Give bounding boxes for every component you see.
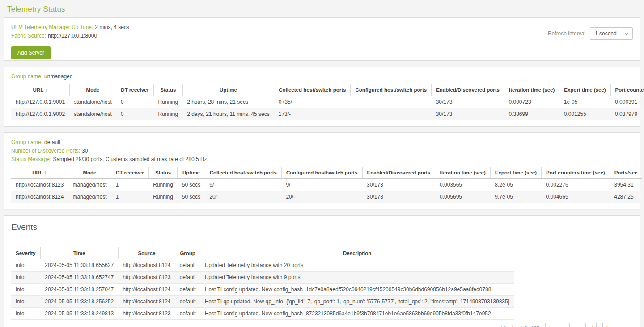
group-card-unmanaged: Group name:unmanaged URL ↑ModeDT receive… [4,67,640,127]
column-header[interactable]: URL ↑ [11,167,68,179]
group-name-value: default [44,139,60,145]
refresh-interval-value: 1 second [595,30,617,37]
table-cell: default [175,272,200,284]
column-header[interactable]: Mode [69,84,116,96]
table-cell: 3954.31 [610,179,642,191]
chevron-down-icon [625,31,628,34]
discovered-ports-row: Number of Discovered Ports:30 [11,147,633,155]
table-cell: 8.2e-05 [490,179,541,191]
table-cell: 30/173 [432,108,504,120]
previous-page-button[interactable]: ◀ [559,323,570,327]
last-page-button[interactable]: ▶| [585,323,597,327]
column-header[interactable]: DT receiver [111,167,148,179]
table-cell: info [11,284,40,296]
column-header[interactable]: Configured host/switch ports [351,84,432,96]
table-row: info2024-05-05 11:33:18.256252http://loc… [11,296,514,308]
status-message-value: Sampled 29/30 ports. Cluster is sampled … [53,156,208,162]
table-cell: http://localhost:8123 [118,308,175,320]
table-header-row: SeverityTimeSourceGroupDescription [11,247,514,259]
table-cell: 2 days, 21 hours, 11 mins, 45 secs [182,108,274,120]
column-header[interactable]: Export time (sec) [490,167,541,179]
table-cell: http://localhost:8124 [118,284,175,296]
table-cell: http://localhost:8123 [11,179,68,191]
table-cell: 50 secs [178,179,205,191]
table-cell: 1e-05 [559,96,610,108]
column-header[interactable]: URL ↑ [11,84,69,96]
table-row: http://127.0.0.1:9002standalone/host0Run… [11,108,644,120]
table-cell: 4287.25 [610,191,642,203]
table-row: http://localhost:8124managed/host1Runnin… [11,191,642,203]
table-header: SeverityTimeSourceGroupDescription [11,247,514,259]
column-header[interactable]: Mode [68,167,111,179]
column-header[interactable]: Uptime [182,84,274,96]
table-cell: 2024-05-05 11:33:18.257047 [40,284,118,296]
column-header[interactable]: Iteration time (sec) [435,167,490,179]
column-header[interactable]: Ports/sec [610,167,642,179]
table-cell: info [11,296,40,308]
table-body: info2024-05-05 11:33:18.655627http://loc… [11,259,514,320]
table-cell: 0.000723 [504,96,559,108]
column-header[interactable]: Collected host/switch ports [274,84,351,96]
column-header[interactable]: Group [175,247,200,259]
column-header[interactable]: Status [148,167,178,179]
column-header[interactable]: Enabled/Discovered ports [432,84,504,96]
refresh-interval-group: Refresh interval 1 second [548,27,633,40]
page-size-value: 5 [606,325,610,327]
column-header[interactable]: Port counters time (sec) [542,167,610,179]
column-header[interactable]: Port counters time (sec) [610,84,644,96]
next-page-button[interactable]: ▶ [572,323,583,327]
table-row: info2024-05-05 11:33:18.652747http://loc… [11,272,514,284]
column-header[interactable]: Time [40,247,118,259]
column-header[interactable]: Iteration time (sec) [504,84,559,96]
table-cell: http://127.0.0.1:9001 [11,96,69,108]
column-header[interactable]: Source [118,247,175,259]
table-cell: Running [148,191,178,203]
table-row: info2024-05-05 11:33:18.655627http://loc… [11,259,514,272]
table-cell: 0 [116,96,154,108]
group-name-value: unmanaged [44,73,72,80]
table-cell: 20/- [281,191,362,203]
table-cell: standalone/host [69,108,116,120]
table-header: URL ↑ModeDT receiverStatusUptimeCollecte… [11,84,644,96]
table-cell [351,108,432,120]
table-cell: info [11,259,40,272]
group-name-row: Group name:unmanaged [11,73,633,81]
telemetry-status-page: Telemetry Status UFM Telemetry Manager U… [0,0,644,327]
chevron-down-icon [615,325,619,327]
refresh-interval-select[interactable]: 1 second [590,27,633,40]
fabric-source-row: Fabric Source:http://127.0.0.1:8000 [11,32,129,40]
table-cell [351,96,432,108]
table-cell: 30/173 [432,96,504,108]
page-size-select[interactable]: 5 [602,323,622,327]
table-cell: http://127.0.0.1:9002 [11,108,69,120]
column-header[interactable]: Configured host/switch ports [281,167,362,179]
table-cell: http://localhost:8124 [118,296,175,308]
add-server-button[interactable]: Add Server [11,46,51,59]
table-cell: 173/- [274,108,351,120]
column-header[interactable]: DT receiver [116,84,154,96]
events-title: Events [11,222,633,232]
table-cell: 9/- [281,179,362,191]
table-cell: 30/173 [362,179,435,191]
table-cell: info [11,272,40,284]
page-header: Telemetry Status [0,0,644,17]
fabric-source-label: Fabric Source: [11,33,46,39]
column-header[interactable]: Status [153,84,182,96]
status-message-row: Status Message:Sampled 29/30 ports. Clus… [11,156,633,163]
table-cell: Host TI config updated. New config_hash=… [200,308,514,320]
summary-left: UFM Telemetry Manager Up Time:2 mins, 4 … [11,24,129,59]
table-cell: 30/173 [362,191,435,203]
table-cell: default [175,284,200,296]
column-header[interactable]: Collected host/switch ports [205,167,281,179]
column-header[interactable]: Export time (sec) [559,84,610,96]
column-header[interactable]: Enabled/Discovered ports [362,167,435,179]
table-cell: 20/- [205,191,281,203]
column-header[interactable]: Uptime [178,167,205,179]
table-cell: 9.7e-05 [490,191,541,203]
column-header[interactable]: Severity [11,247,40,259]
first-page-button[interactable]: |◀ [545,323,556,327]
table-cell: managed/host [68,179,111,191]
table-cell: 0.002276 [542,179,610,191]
column-header[interactable]: Description [200,247,514,259]
table-cell: 0.001255 [559,108,610,120]
